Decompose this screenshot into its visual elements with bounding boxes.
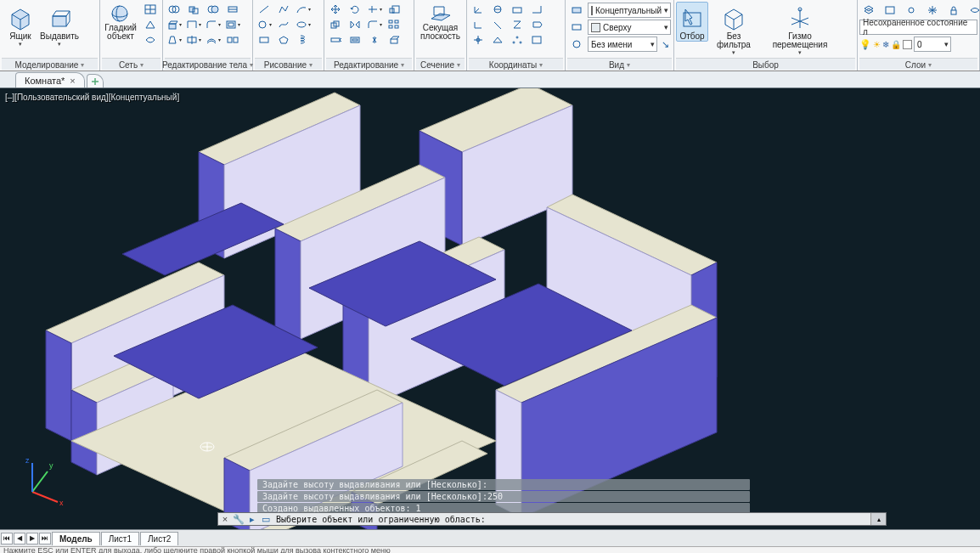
- nav-first-icon[interactable]: ⏮: [1, 533, 13, 545]
- dialog-launcher-icon[interactable]: ↘: [659, 37, 671, 52]
- command-prompt[interactable]: × 🔧 ▸ ▭ Выберите объект или ограниченную…: [217, 512, 887, 526]
- smooth-object-button[interactable]: Гладкий объект: [102, 2, 139, 42]
- panel-title-solid-edit[interactable]: Редактирование тела▾: [165, 58, 251, 70]
- panel-title-section[interactable]: Сечение▾: [416, 58, 465, 70]
- ucs-x-icon[interactable]: [469, 17, 487, 31]
- mesh-icon[interactable]: [141, 2, 160, 16]
- trim-icon[interactable]: ▾: [365, 2, 384, 16]
- line-icon[interactable]: [255, 2, 273, 16]
- visual-style-icon[interactable]: [567, 3, 586, 18]
- named-view-dropdown[interactable]: Без имени: [588, 37, 657, 52]
- panel-title-mesh[interactable]: Сеть▾: [102, 58, 161, 70]
- separate-icon[interactable]: [223, 32, 242, 47]
- rectangle-icon[interactable]: [255, 32, 273, 47]
- polyline-icon[interactable]: [274, 2, 293, 16]
- box-button[interactable]: Ящик ▾: [2, 2, 39, 48]
- layers-icon[interactable]: [859, 3, 878, 18]
- layer-lock-icon[interactable]: [944, 3, 963, 18]
- taper-face-icon[interactable]: ▾: [165, 32, 183, 47]
- layer-state-field[interactable]: Несохраненное состояние л: [859, 20, 977, 35]
- copy-icon[interactable]: [326, 17, 345, 31]
- spline-icon[interactable]: [274, 17, 293, 31]
- close-icon[interactable]: ×: [218, 514, 232, 524]
- extrude-button[interactable]: Выдавить ▾: [41, 2, 78, 48]
- ucs-y-icon[interactable]: [488, 17, 507, 31]
- fillet-edge-icon[interactable]: ▾: [204, 17, 222, 31]
- panel-title-modify[interactable]: Редактирование▾: [326, 58, 412, 70]
- circle-icon[interactable]: ▾: [255, 17, 273, 31]
- tab-sheet2[interactable]: Лист2: [140, 532, 178, 545]
- thicken-icon[interactable]: ▾: [204, 32, 222, 47]
- ellipse-icon[interactable]: ▾: [294, 17, 313, 31]
- no-filter-button[interactable]: Без фильтра ▾: [710, 2, 758, 57]
- helix-icon[interactable]: [294, 32, 313, 47]
- explode-icon[interactable]: [365, 32, 384, 47]
- fillet-icon[interactable]: ▾: [365, 17, 384, 31]
- move-gizmo-button[interactable]: Гизмо перемещения ▾: [759, 2, 841, 57]
- tab-sheet1[interactable]: Лист1: [101, 532, 139, 545]
- ucs-world-icon[interactable]: [488, 2, 507, 16]
- ucs-z-icon[interactable]: [508, 17, 527, 31]
- stretch-icon[interactable]: [326, 32, 345, 47]
- mirror-icon[interactable]: [346, 17, 364, 31]
- document-tab[interactable]: Комната* ×: [15, 72, 85, 87]
- imprint-icon[interactable]: [223, 2, 242, 16]
- tab-model[interactable]: Модель: [52, 532, 100, 545]
- select-pick-button[interactable]: Отбор: [676, 2, 708, 42]
- polygon-icon[interactable]: [274, 32, 293, 47]
- nav-last-icon[interactable]: ⏭: [39, 533, 51, 545]
- rotate-icon[interactable]: [346, 2, 364, 16]
- move-icon[interactable]: [326, 2, 345, 16]
- nav-next-icon[interactable]: ▶: [26, 533, 38, 545]
- command-prompt-text[interactable]: Выберите объект или ограниченную область…: [273, 515, 870, 524]
- panel-title-draw[interactable]: Рисование▾: [255, 58, 322, 70]
- shell-icon[interactable]: ▾: [223, 17, 242, 31]
- wrench-icon[interactable]: 🔧: [232, 514, 245, 525]
- ucs-view-icon[interactable]: [527, 2, 546, 16]
- erase-icon[interactable]: [385, 32, 403, 47]
- panel-title-coords[interactable]: Координаты▾: [469, 58, 563, 70]
- ucs-3point-icon[interactable]: [508, 32, 527, 47]
- svg-line-25: [260, 6, 268, 13]
- offset-face-icon[interactable]: ▾: [184, 17, 203, 31]
- layer-freeze-icon[interactable]: [923, 3, 942, 18]
- new-tab-button[interactable]: [87, 74, 104, 87]
- layer-off-icon[interactable]: [966, 3, 980, 18]
- nav-prev-icon[interactable]: ◀: [14, 533, 25, 545]
- union-icon[interactable]: [165, 2, 183, 16]
- mesh-smooth-icon[interactable]: [141, 32, 160, 47]
- offset-icon[interactable]: [346, 32, 364, 47]
- mesh-refine-icon[interactable]: [141, 17, 160, 31]
- array-icon[interactable]: [385, 17, 403, 31]
- intersect-icon[interactable]: [204, 2, 222, 16]
- slice-icon[interactable]: ▾: [184, 32, 203, 47]
- scale-icon[interactable]: [385, 2, 403, 16]
- panel-title-view[interactable]: Вид▾: [567, 58, 672, 70]
- panel-title-modeling[interactable]: Моделирование▾: [2, 58, 98, 70]
- view-direction-dropdown[interactable]: Сверху: [588, 20, 671, 35]
- scroll-up-icon[interactable]: ▴: [870, 513, 886, 525]
- subtract-icon[interactable]: [184, 2, 203, 16]
- layer-color-swatch[interactable]: [903, 40, 912, 49]
- current-layer-dropdown[interactable]: 0: [914, 37, 951, 52]
- ucs-origin-icon[interactable]: [469, 32, 487, 47]
- cube-outline-icon: [720, 4, 747, 31]
- ucs-face-icon[interactable]: [527, 17, 546, 31]
- panel-title-layers[interactable]: Слои▾: [859, 58, 977, 70]
- arc-icon[interactable]: ▾: [294, 2, 313, 16]
- layer-iso-icon[interactable]: [902, 3, 921, 18]
- ucs-named-icon[interactable]: [527, 32, 546, 47]
- visual-style-dropdown[interactable]: Концептуальный: [588, 3, 671, 18]
- section-plane-button[interactable]: Секущая плоскость: [418, 2, 464, 42]
- panel-title-select: Выбор: [676, 58, 855, 70]
- ucs-prev-icon[interactable]: [508, 2, 527, 16]
- ucs-object-icon[interactable]: [488, 32, 507, 47]
- named-view-icon[interactable]: [567, 37, 586, 52]
- ucs-icon[interactable]: [469, 2, 487, 16]
- extrude-face-icon[interactable]: ▾: [165, 17, 183, 31]
- panel-coords: Координаты▾: [467, 0, 566, 71]
- view-dir-icon[interactable]: [567, 20, 586, 35]
- close-icon[interactable]: ×: [70, 76, 75, 86]
- viewport[interactable]: [–][Пользовательский вид][Концептуальный…: [0, 88, 980, 529]
- layer-states-icon[interactable]: [881, 3, 899, 18]
